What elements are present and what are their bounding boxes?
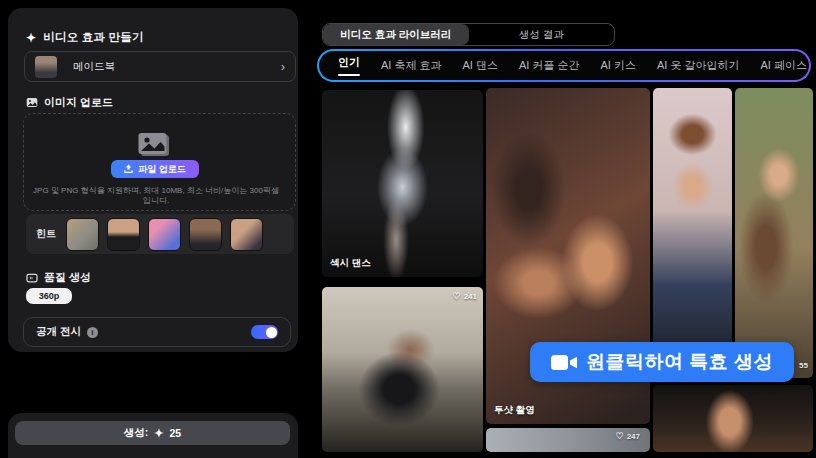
upload-requirements-text: JPG 및 PNG 형식을 지원하며, 최대 10MB, 최소 너비/높이는 3…	[30, 186, 282, 206]
category-ai-outfit-change[interactable]: AI 옷 갈아입히기	[657, 58, 740, 73]
generate-label: 생성:	[124, 426, 149, 440]
image-placeholder-icon	[136, 132, 172, 162]
category-ai-couple-moment[interactable]: AI 커플 순간	[519, 58, 580, 73]
category-highlight-ring: 인기 AI 축제 효과 AI 댄스 AI 커플 순간 AI 키스 AI 옷 갈아…	[317, 49, 811, 82]
like-count: ♡ 241	[453, 292, 477, 301]
chevron-right-icon: ›	[281, 60, 285, 73]
effect-card-portrait-man[interactable]	[653, 88, 732, 378]
effect-selector-value: 메이드복	[73, 60, 115, 74]
quality-title: 품질 생성	[44, 270, 91, 285]
hint-thumbnail-4[interactable]	[189, 218, 222, 251]
image-upload-section-title-row: 이미지 업로드	[26, 95, 113, 110]
like-count-value: 55	[799, 361, 808, 370]
file-upload-button[interactable]: 파일 업로드	[111, 160, 199, 178]
image-icon	[26, 97, 38, 108]
video-camera-icon	[551, 354, 577, 371]
like-count: 55	[799, 361, 808, 370]
public-display-label: 공개 전시	[36, 325, 81, 339]
panel-title: 비디오 효과 만들기	[43, 30, 143, 45]
one-click-effect-banner[interactable]: 원클릭하여 특효 생성	[530, 342, 794, 382]
tab-generation-results[interactable]: 생성 결과	[469, 24, 615, 45]
effect-thumbnail	[35, 56, 57, 78]
hint-thumbnail-1[interactable]	[66, 218, 99, 251]
credit-star-icon: ✦	[154, 427, 163, 440]
quality-icon	[26, 273, 38, 283]
banner-text: 원클릭하여 특효 생성	[586, 349, 773, 375]
card-title: 투샷 촬영	[494, 404, 535, 417]
effect-card-sexy-dance[interactable]: 섹시 댄스	[322, 90, 483, 277]
category-ai-dance[interactable]: AI 댄스	[463, 58, 498, 73]
file-upload-label: 파일 업로드	[138, 163, 186, 176]
category-ai-kiss[interactable]: AI 키스	[600, 58, 635, 73]
quality-section-title-row: 품질 생성	[26, 270, 91, 285]
effect-card-portrait-woman[interactable]: 55	[735, 88, 813, 378]
public-display-toggle[interactable]	[251, 325, 278, 339]
category-tabs-row: 인기 AI 축제 효과 AI 댄스 AI 커플 순간 AI 키스 AI 옷 갈아…	[319, 51, 809, 80]
hint-thumbnail-3[interactable]	[148, 218, 181, 251]
sparkle-icon: ✦	[26, 31, 36, 45]
generate-button[interactable]: 생성: ✦ 25	[15, 421, 290, 445]
upload-icon	[124, 164, 133, 174]
public-display-row: 공개 전시 i	[23, 317, 291, 347]
quality-option-360p[interactable]: 360p	[26, 288, 72, 304]
effect-card-smiling-woman[interactable]	[653, 385, 813, 452]
like-count-value: 241	[464, 292, 477, 301]
hint-label: 힌트	[36, 227, 56, 241]
category-popular[interactable]: 인기	[338, 55, 360, 76]
effect-card-street[interactable]: ♡ 247	[486, 428, 650, 452]
generate-credits: 25	[170, 427, 182, 439]
category-ai-festival-effect[interactable]: AI 축제 효과	[381, 58, 442, 73]
hint-thumbnail-2[interactable]	[107, 218, 140, 251]
effect-selector[interactable]: 메이드복 ›	[24, 51, 296, 82]
like-count: ♡ 247	[616, 432, 640, 441]
heart-icon: ♡	[616, 432, 624, 441]
create-effect-panel: ✦ 비디오 효과 만들기 메이드복 › 이미지 업로드 파일 업로드 JPG 및…	[8, 8, 298, 352]
toggle-knob	[266, 327, 277, 338]
panel-title-row: ✦ 비디오 효과 만들기	[26, 30, 144, 45]
info-icon: i	[87, 327, 98, 338]
hint-thumbnail-5[interactable]	[230, 218, 263, 251]
card-title: 섹시 댄스	[330, 257, 371, 270]
tab-video-effect-library[interactable]: 비디오 효과 라이브러리	[323, 24, 469, 45]
hint-thumbnails-bar: 힌트	[26, 214, 294, 254]
heart-icon: ♡	[453, 292, 461, 301]
effect-card-kiss[interactable]: ♡ 241	[322, 287, 483, 452]
library-results-tabs: 비디오 효과 라이브러리 생성 결과	[322, 23, 615, 46]
like-count-value: 247	[627, 432, 640, 441]
category-ai-face-swap[interactable]: AI 페이스 스왑	[760, 58, 809, 73]
image-upload-title: 이미지 업로드	[44, 95, 113, 110]
